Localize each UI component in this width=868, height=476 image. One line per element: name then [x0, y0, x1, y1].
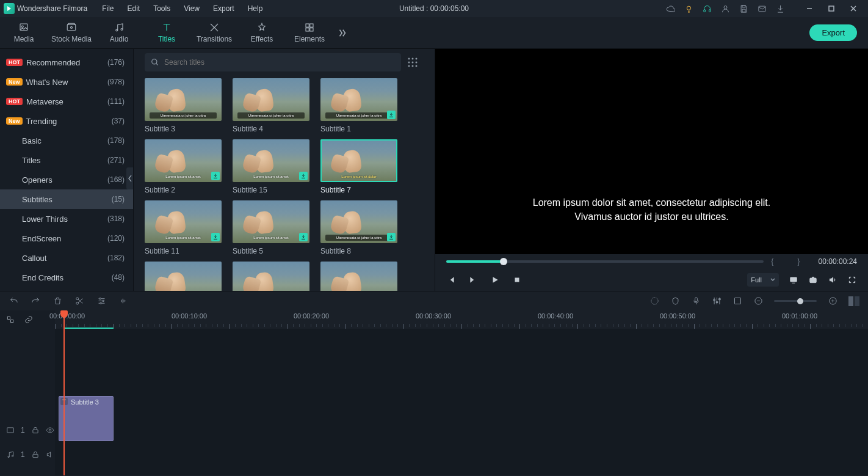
scrub-handle[interactable]: [500, 258, 507, 265]
timeline-toolbar: [0, 291, 868, 310]
step-fwd-button[interactable]: [468, 275, 478, 285]
mail-icon[interactable]: [757, 4, 767, 13]
menu-edit[interactable]: Edit: [121, 2, 146, 15]
play-button[interactable]: [490, 275, 500, 285]
zoom-out-button[interactable]: [753, 296, 763, 306]
volume-icon[interactable]: [828, 275, 837, 285]
search-input[interactable]: [164, 58, 395, 67]
zoom-slider[interactable]: [774, 300, 817, 302]
thumbnail[interactable]: Uterenesata ut joher ia uttraSubtitle 3: [145, 78, 222, 133]
adjust-button[interactable]: [96, 296, 106, 306]
quality-select[interactable]: Full: [747, 273, 779, 287]
close-button[interactable]: [842, 0, 864, 17]
thumbnail[interactable]: [320, 262, 397, 291]
tab-stock[interactable]: Stock Media: [48, 17, 95, 49]
save-icon[interactable]: [739, 4, 748, 13]
user-icon[interactable]: [720, 4, 730, 13]
scrub-track[interactable]: [446, 260, 764, 263]
timeline-clip[interactable]: T Subtitle 3: [59, 396, 114, 441]
mixer-button[interactable]: [712, 296, 722, 306]
sidebar-collapse-button[interactable]: [126, 167, 133, 189]
menu-tools[interactable]: Tools: [147, 2, 176, 15]
tab-transitions[interactable]: Transitions: [190, 17, 238, 49]
sidebar-item-recommended[interactable]: HOTRecommended(176): [0, 53, 133, 72]
render-button[interactable]: [649, 296, 659, 306]
cloud-icon[interactable]: [665, 4, 675, 13]
tab-audio[interactable]: Audio: [95, 17, 143, 49]
thumbnail[interactable]: [233, 262, 309, 291]
thumbnail[interactable]: Lorem ipsum sit ametSubtitle 5: [233, 200, 309, 255]
snap-icon[interactable]: [6, 315, 15, 324]
menu-view[interactable]: View: [178, 2, 206, 15]
thumbnail[interactable]: Lorem ipsum sit ametSubtitle 11: [145, 200, 222, 255]
export-button[interactable]: Export: [809, 24, 857, 41]
record-vo-button[interactable]: [691, 296, 701, 306]
tab-media[interactable]: Media: [0, 17, 48, 49]
thumbnail[interactable]: Uterenesata ut joher ia uttraSubtitle 8: [320, 200, 397, 255]
lock-icon[interactable]: [31, 426, 40, 434]
thumbnail[interactable]: Lorem ipsum sit dolorSubtitle 7: [320, 139, 397, 194]
svg-rect-7: [829, 6, 834, 11]
svg-point-25: [408, 65, 410, 67]
playhead[interactable]: [63, 310, 65, 475]
thumbnail[interactable]: Lorem ipsum sit ametSubtitle 2: [145, 139, 222, 194]
audio-wave-button[interactable]: [118, 296, 128, 306]
timeline-ruler[interactable]: 00:00:00:0000:00:10:0000:00:20:0000:00:3…: [55, 310, 868, 329]
zoom-handle[interactable]: [797, 298, 803, 304]
preview-viewport[interactable]: Lorem ipsum dolor sit amet, consectetur …: [435, 49, 868, 254]
tab-effects[interactable]: Effects: [238, 17, 286, 49]
split-button[interactable]: [74, 296, 84, 306]
menu-export[interactable]: Export: [207, 2, 241, 15]
track-area[interactable]: 00:00:00:0000:00:10:0000:00:20:0000:00:3…: [55, 310, 868, 475]
in-out-brackets[interactable]: { }: [771, 257, 811, 266]
sidebar-item-basic[interactable]: Basic(178): [0, 131, 133, 150]
svg-point-20: [412, 58, 414, 60]
redo-button[interactable]: [31, 296, 40, 306]
sidebar-item-lower-thirds[interactable]: Lower Thirds(318): [0, 209, 133, 229]
zoom-in-button[interactable]: [828, 296, 837, 306]
lightbulb-icon[interactable]: [684, 4, 693, 13]
svg-point-11: [71, 27, 73, 29]
stop-button[interactable]: [512, 275, 522, 285]
search-box[interactable]: [145, 53, 401, 71]
video-track-icon: [6, 426, 15, 434]
minimize-button[interactable]: [798, 0, 820, 17]
lock-icon[interactable]: [31, 450, 40, 459]
link-icon[interactable]: [24, 315, 33, 324]
sidebar-item-titles[interactable]: Titles(271): [0, 150, 133, 170]
undo-button[interactable]: [9, 296, 18, 306]
eye-icon[interactable]: [46, 426, 54, 434]
sidebar-item-endscreen[interactable]: EndScreen(120): [0, 229, 133, 248]
marker-button[interactable]: [670, 296, 680, 306]
tab-titles[interactable]: Titles: [143, 17, 190, 49]
thumbnail[interactable]: [145, 262, 222, 291]
sidebar-item-openers[interactable]: Openers(168): [0, 170, 133, 189]
step-back-button[interactable]: [446, 275, 456, 285]
timeline-view-toggle[interactable]: [848, 296, 859, 306]
sidebar-item-metaverse[interactable]: HOTMetaverse(111): [0, 92, 133, 111]
thumbnail[interactable]: Uterenesata ut joher ia uttraSubtitle 1: [320, 78, 397, 133]
grid-view-toggle[interactable]: [407, 57, 418, 68]
headset-icon[interactable]: [702, 4, 712, 13]
menu-help[interactable]: Help: [242, 2, 269, 15]
delete-button[interactable]: [52, 296, 62, 306]
sidebar-item-trending[interactable]: NewTrending(37): [0, 111, 133, 131]
thumbnail[interactable]: Uterenesata ut joher ia uttraSubtitle 4: [233, 78, 309, 133]
snapshot-icon[interactable]: [808, 275, 818, 285]
more-tools-button[interactable]: [333, 27, 352, 38]
download-icon[interactable]: [775, 4, 785, 13]
sidebar-item-subtitles[interactable]: Subtitles(15): [0, 189, 133, 209]
thumbnail[interactable]: Lorem ipsum sit ametSubtitle 15: [233, 139, 309, 194]
crop-button[interactable]: [732, 296, 742, 306]
sidebar-item-callout[interactable]: Callout(182): [0, 248, 133, 268]
render-preview-icon[interactable]: [789, 275, 798, 285]
video-track-header[interactable]: 1: [0, 418, 55, 442]
mute-icon[interactable]: [46, 450, 54, 459]
maximize-button[interactable]: [820, 0, 842, 17]
tab-elements[interactable]: Elements: [286, 17, 333, 49]
menu-file[interactable]: File: [96, 2, 120, 15]
audio-track-header[interactable]: 1: [0, 442, 55, 467]
sidebar-item-what-s-new[interactable]: NewWhat's New(978): [0, 72, 133, 92]
sidebar-item-end-credits[interactable]: End Credits(48): [0, 268, 133, 287]
fullscreen-icon[interactable]: [847, 275, 857, 285]
